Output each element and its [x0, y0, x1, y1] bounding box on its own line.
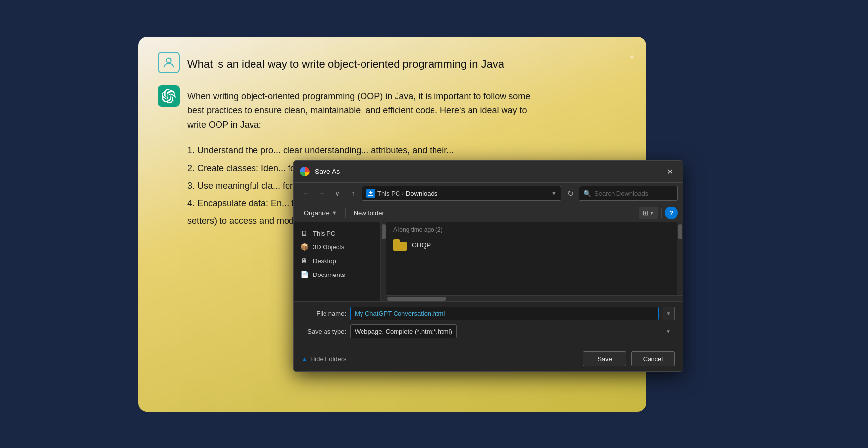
filename-label: File name: [302, 310, 346, 317]
gpt-avatar [158, 85, 180, 107]
dialog-title: Save As [315, 168, 658, 175]
filename-row: File name: ▼ [302, 307, 675, 320]
sidebar-item-desktop[interactable]: 🖥 Desktop [294, 254, 380, 268]
view-toggle-button[interactable]: ⊞ ▼ [639, 207, 658, 219]
filelist-v-scroll-thumb [678, 224, 682, 239]
savetype-select[interactable]: Webpage, Complete (*.htm;*.html) [350, 324, 457, 338]
sidebar-label-3dobjects: 3D Objects [313, 243, 344, 251]
search-icon: 🔍 [583, 190, 591, 197]
list-item-1: Understand the pro... clear understandin… [197, 143, 626, 158]
help-button[interactable]: ? [665, 207, 678, 219]
filename-dropdown-btn[interactable]: ▼ [663, 307, 675, 320]
dropdown-button[interactable]: ∨ [330, 186, 344, 200]
sidebar-item-3dobjects[interactable]: 📦 3D Objects [294, 240, 380, 254]
search-input[interactable] [594, 190, 663, 197]
toolbar-separator-1 [345, 208, 346, 218]
toolbar-separator-2 [661, 208, 662, 218]
download-small-icon [368, 190, 374, 196]
cancel-button[interactable]: Cancel [631, 351, 675, 366]
organize-label: Organize [304, 209, 330, 217]
new-folder-label: New folder [354, 209, 384, 217]
hide-folders-chevron: ▲ [302, 356, 307, 362]
sidebar-label-desktop: Desktop [313, 257, 336, 265]
breadcrumb-chevron[interactable]: ▼ [551, 190, 557, 196]
file-label-ghqp: GHQP [412, 241, 431, 249]
savetype-row: Save as type: Webpage, Complete (*.htm;*… [302, 324, 675, 338]
organize-button[interactable]: Organize ▼ [299, 207, 342, 219]
sidebar-label-documents: Documents [313, 271, 345, 278]
desktop-icon: 🖥 [300, 256, 309, 265]
chrome-icon [300, 167, 310, 176]
savetype-label: Save as type: [302, 328, 346, 335]
dialog-sidebar: 🖥 This PC 📦 3D Objects 🖥 Desktop 📄 Docum… [294, 222, 380, 301]
filelist-v-scrollbar[interactable] [677, 222, 683, 295]
filelist-content: A long time ago (2) GHQP [386, 222, 677, 295]
documents-icon: 📄 [300, 270, 309, 279]
new-folder-button[interactable]: New folder [349, 207, 389, 219]
gpt-response-intro: When writing object-oriented programming… [187, 85, 533, 132]
gpt-message: When writing object-oriented programming… [158, 85, 626, 132]
thispc-icon: 🖥 [300, 229, 309, 238]
download-icon[interactable]: ↓ [629, 46, 635, 61]
user-icon [162, 56, 176, 69]
filelist-h-scroll-thumb [387, 297, 446, 301]
dialog-close-button[interactable]: ✕ [663, 165, 677, 178]
forward-button[interactable]: → [315, 186, 328, 200]
sidebar-item-thispc[interactable]: 🖥 This PC [294, 226, 380, 240]
save-as-dialog: Save As ✕ ← → ∨ ↑ This PC › Downloads ▼ … [293, 160, 683, 372]
sidebar-item-documents[interactable]: 📄 Documents [294, 268, 380, 281]
dialog-content: 🖥 This PC 📦 3D Objects 🖥 Desktop 📄 Docum… [294, 222, 683, 301]
savetype-select-wrapper[interactable]: Webpage, Complete (*.htm;*.html) [350, 324, 675, 338]
openai-icon [162, 89, 176, 103]
filelist-area: A long time ago (2) GHQP [386, 222, 683, 301]
breadcrumb-downloads: Downloads [406, 190, 437, 197]
back-button[interactable]: ← [299, 186, 313, 200]
breadcrumb-downloads-icon [366, 189, 375, 198]
refresh-button[interactable]: ↻ [563, 186, 577, 200]
view-chevron: ▼ [650, 210, 654, 216]
sidebar-scroll-thumb [382, 224, 386, 239]
breadcrumb-bar[interactable]: This PC › Downloads ▼ [362, 186, 561, 201]
dialog-titlebar: Save As ✕ [294, 161, 683, 183]
file-item-ghqp[interactable]: GHQP [386, 235, 677, 255]
filename-dropdown-icon: ▼ [666, 311, 671, 316]
hide-folders-label: Hide Folders [310, 355, 347, 363]
breadcrumb-thispc: This PC [377, 190, 400, 197]
view-grid-icon: ⊞ [643, 209, 649, 217]
hide-folders-button[interactable]: ▲ Hide Folders [302, 355, 347, 363]
search-box: 🔍 [579, 186, 678, 201]
filelist-main: A long time ago (2) GHQP [386, 222, 683, 295]
user-question: What is an ideal way to write object-ori… [187, 52, 504, 72]
dialog-navbar: ← → ∨ ↑ This PC › Downloads ▼ ↻ 🔍 [294, 183, 683, 204]
folder-icon-ghqp [393, 239, 407, 251]
up-button[interactable]: ↑ [346, 186, 360, 200]
user-message: What is an ideal way to write object-ori… [158, 52, 626, 73]
sidebar-scrollbar[interactable] [380, 222, 386, 301]
3dobjects-icon: 📦 [300, 242, 309, 251]
user-avatar [158, 52, 180, 73]
dialog-toolbar: Organize ▼ New folder ⊞ ▼ ? [294, 204, 683, 222]
organize-chevron: ▼ [332, 210, 337, 216]
filename-input[interactable] [350, 307, 659, 320]
sidebar-label-thispc: This PC [313, 230, 335, 237]
filelist-h-scrollbar[interactable] [386, 295, 683, 301]
save-button[interactable]: Save [583, 351, 626, 366]
help-label: ? [669, 209, 673, 217]
file-group-header: A long time ago (2) [386, 222, 677, 235]
dialog-form: File name: ▼ Save as type: Webpage, Comp… [294, 301, 683, 347]
svg-point-0 [166, 58, 171, 63]
dialog-footer: ▲ Hide Folders Save Cancel [294, 347, 683, 371]
breadcrumb-sep1: › [402, 190, 404, 196]
